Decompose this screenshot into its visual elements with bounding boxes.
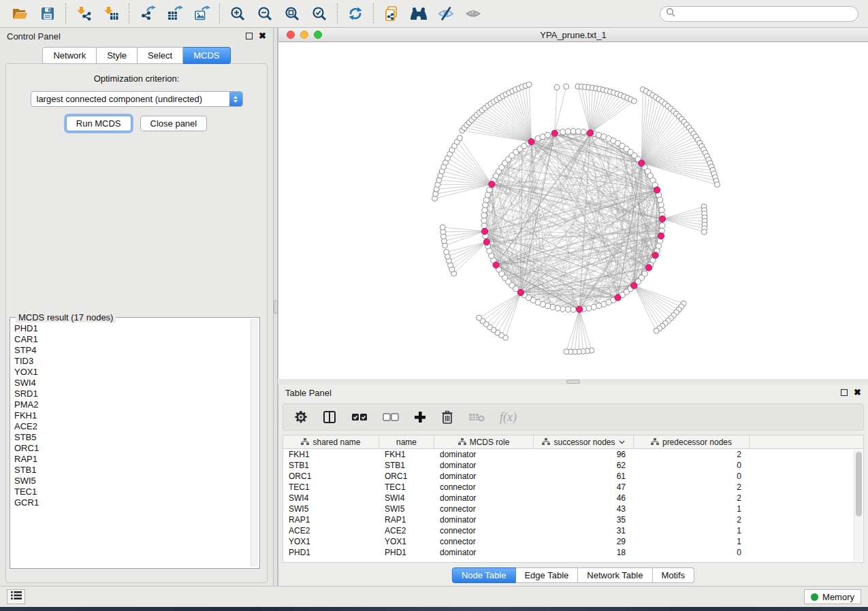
network-node[interactable] [477,315,482,320]
table-row[interactable]: SWI5SWI5connector431 [283,503,863,514]
search-input[interactable] [679,9,852,18]
add-column-icon[interactable] [414,411,426,423]
zoom-in-button[interactable] [224,2,251,25]
column-header-MCDS-role[interactable]: MCDS role [434,435,534,448]
mcds-hub-node[interactable] [577,306,583,312]
table-row[interactable]: ORC1ORC1dominator610 [283,471,863,482]
mcds-result-item[interactable]: RAP1 [14,454,250,465]
close-panel-button[interactable]: Close panel [140,116,208,131]
network-node[interactable] [444,249,449,254]
mcds-list-scrollbar[interactable] [251,319,258,567]
network-node[interactable] [482,208,487,213]
column-header-shared-name[interactable]: shared name [283,435,379,448]
mcds-hub-node[interactable] [658,233,664,239]
network-node[interactable] [554,84,560,90]
network-node[interactable] [658,202,664,208]
table-row[interactable]: ACE2ACE2connector311 [283,525,863,536]
mcds-hub-node[interactable] [615,295,621,301]
zoom-fit-button[interactable] [278,2,306,25]
show-hide-graphics-button[interactable] [432,2,460,25]
save-session-button[interactable] [34,2,61,25]
delete-column-trash-icon[interactable] [441,410,453,424]
horizontal-splitter[interactable] [278,379,868,384]
birdseye-view-button[interactable] [460,2,487,25]
mcds-result-item[interactable]: SWI4 [14,378,250,389]
mcds-result-item[interactable]: YOX1 [14,367,250,378]
network-node[interactable] [560,306,566,312]
apply-layout-button[interactable] [342,2,369,25]
column-header-name[interactable]: name [379,435,434,448]
close-panel-icon[interactable]: ✖ [854,389,861,396]
column-header-successor-nodes[interactable]: successor nodes [534,435,634,448]
tab-mcds[interactable]: MCDS [183,47,230,64]
network-node[interactable] [457,135,462,141]
float-panel-icon[interactable] [246,33,253,39]
mcds-result-list[interactable]: PHD1CAR1STP4TID3YOX1SWI4SRD1PMA2FKH1ACE2… [14,323,250,567]
mcds-result-item[interactable]: PHD1 [14,323,250,334]
network-node[interactable] [545,132,550,137]
mcds-hub-node[interactable] [551,130,558,136]
mcds-hub-node[interactable] [645,265,652,271]
network-node[interactable] [564,84,569,89]
table-row[interactable]: TEC1TEC1connector472 [283,482,863,493]
splitter-grip[interactable] [566,380,580,384]
mcds-result-item[interactable]: ACE2 [14,421,250,432]
mcds-hub-node[interactable] [481,228,487,234]
tab-select[interactable]: Select [138,47,183,64]
tab-network-table[interactable]: Network Table [578,567,652,583]
column-header-predecessor-nodes[interactable]: predecessor nodes [634,435,750,448]
import-network-button[interactable] [70,2,97,25]
mcds-hub-node[interactable] [493,262,499,268]
network-node[interactable] [591,304,596,310]
export-table-button[interactable] [161,2,188,25]
mcds-result-item[interactable]: STB1 [14,465,250,476]
tab-edge-table[interactable]: Edge Table [515,567,578,583]
table-settings-gear-icon[interactable] [294,410,308,424]
mcds-result-item[interactable]: PMA2 [14,399,250,410]
tab-motifs[interactable]: Motifs [652,567,694,583]
mcds-hub-node[interactable] [639,160,645,166]
network-node[interactable] [581,129,586,135]
mcds-result-item[interactable]: FKH1 [14,410,250,421]
mcds-result-item[interactable]: CAR1 [14,334,250,345]
find-button[interactable] [405,2,432,25]
mcds-hub-node[interactable] [483,239,489,245]
zoom-out-button[interactable] [251,2,278,25]
mcds-result-item[interactable]: TEC1 [14,486,250,497]
splitter-grip[interactable] [274,300,278,314]
table-row[interactable]: SWI4SWI4dominator462 [283,493,863,503]
table-row[interactable]: STB1STB1dominator620 [283,460,863,471]
network-node[interactable] [487,187,492,193]
mcds-result-item[interactable]: STB5 [14,432,250,443]
mcds-hub-node[interactable] [652,252,658,259]
network-node[interactable] [564,349,569,354]
export-image-button[interactable] [188,2,215,25]
export-network-button[interactable] [133,2,161,25]
mcds-result-item[interactable]: ORC1 [14,443,250,454]
network-node[interactable] [483,202,488,208]
network-node[interactable] [586,306,592,311]
mcds-result-item[interactable]: SRD1 [14,389,250,399]
table-row[interactable]: YOX1YOX1connector291 [283,536,863,547]
select-all-icon[interactable] [351,412,368,422]
network-node[interactable] [631,98,637,103]
network-node[interactable] [440,225,445,230]
vertical-splitter[interactable] [273,28,278,586]
table-row[interactable]: FKH1FKH1dominator962 [283,449,863,460]
mcds-hub-node[interactable] [517,289,524,295]
mcds-hub-node[interactable] [654,187,660,193]
show-panels-button[interactable] [7,589,25,604]
network-node[interactable] [715,182,720,187]
table-body[interactable]: FKH1FKH1dominator962STB1STB1dominator620… [283,449,863,558]
tab-style[interactable]: Style [97,47,138,64]
mcds-result-item[interactable]: STP4 [14,345,250,356]
table-row[interactable]: PHD1PHD1dominator180 [283,547,863,558]
tab-network[interactable]: Network [42,47,97,64]
mcds-hub-node[interactable] [659,216,665,222]
show-columns-icon[interactable] [323,410,336,424]
mcds-hub-node[interactable] [631,282,637,288]
open-session-button[interactable] [7,2,34,25]
float-panel-icon[interactable] [841,389,848,396]
table-scrollbar[interactable] [854,450,863,561]
network-node[interactable] [555,306,560,311]
